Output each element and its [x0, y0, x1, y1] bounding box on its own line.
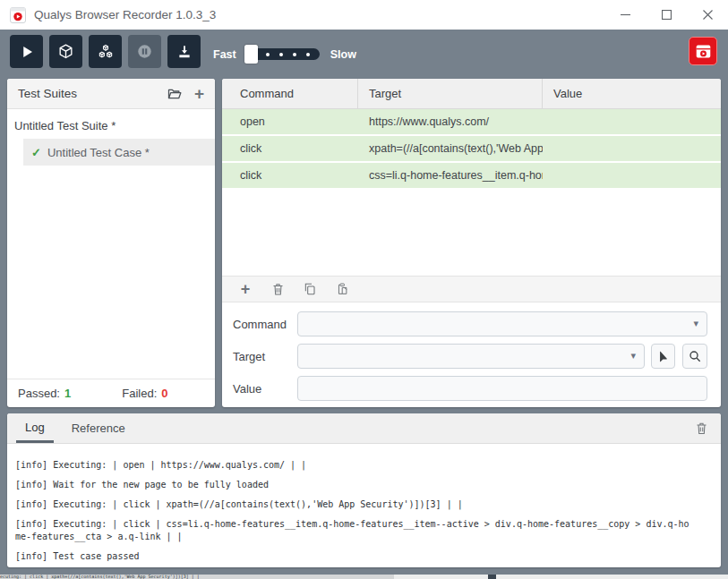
- pause-button: [128, 35, 161, 68]
- command-editor-row: Command ▾: [233, 311, 707, 336]
- select-element-button[interactable]: [651, 344, 675, 369]
- main-toolbar: Fast Slow: [0, 30, 728, 79]
- command-select[interactable]: ▾: [297, 311, 707, 336]
- column-header-value: Value: [543, 79, 721, 108]
- minimize-button[interactable]: [604, 0, 646, 30]
- suite-results-footer: Passed: 1 Failed: 0: [7, 379, 215, 407]
- log-entry: [info] Test case passed: [15, 550, 689, 563]
- delete-command-icon[interactable]: [270, 281, 285, 297]
- background-window-sliver: ecuting: | click | xpath=(//a[contains(t…: [0, 575, 394, 579]
- download-icon: [176, 44, 193, 60]
- log-entry: [info] Executing: | click | xpath=(//a[c…: [15, 498, 689, 511]
- cell-target: css=li.q-home-features__item.q-home-f: [358, 169, 543, 182]
- pause-icon: [136, 43, 153, 60]
- slow-label: Slow: [330, 48, 356, 61]
- app-logo-icon: [10, 7, 26, 23]
- cell-command: click: [222, 169, 358, 182]
- value-editor-row: Value: [233, 376, 707, 401]
- log-entry: [info] Executing: | click | css=li.q-hom…: [15, 518, 689, 543]
- test-suite-item[interactable]: Untitled Test Suite *: [14, 119, 215, 132]
- fast-label: Fast: [213, 48, 236, 61]
- cell-command: click: [222, 142, 358, 155]
- command-edit-toolbar: +: [222, 276, 721, 302]
- window-title: Qualys Browser Recorder 1.0.3_3: [34, 8, 216, 21]
- qualys-browser-recorder-window: Qualys Browser Recorder 1.0.3_3: [0, 0, 728, 579]
- close-button[interactable]: [687, 0, 728, 30]
- target-select[interactable]: ▾: [297, 344, 645, 369]
- paste-command-icon[interactable]: [335, 281, 349, 297]
- log-tab-bar: Log Reference: [7, 413, 721, 444]
- title-bar: Qualys Browser Recorder 1.0.3_3: [0, 0, 728, 30]
- speed-slider-group: Fast Slow: [213, 30, 356, 79]
- copy-command-icon[interactable]: [303, 281, 317, 297]
- background-window-divider: [488, 575, 496, 579]
- command-row[interactable]: click xpath=(//a[contains(text(),'Web Ap…: [222, 136, 721, 163]
- failed-count: 0: [161, 387, 167, 400]
- add-command-icon[interactable]: +: [238, 281, 253, 297]
- log-entry: [info] Wait for the new page to be fully…: [15, 479, 689, 491]
- value-input[interactable]: [297, 376, 707, 401]
- command-row[interactable]: open https://www.qualys.com/: [222, 109, 721, 136]
- find-element-button[interactable]: [682, 344, 707, 369]
- commands-table-header: Command Target Value: [222, 79, 721, 109]
- slider-dot: [293, 53, 296, 56]
- speed-slider-handle[interactable]: [244, 45, 258, 64]
- play-test-suite-button[interactable]: [89, 35, 122, 68]
- test-suites-title: Test Suites: [18, 87, 77, 100]
- log-output: [info] Executing: | open | https://www.q…: [7, 444, 689, 563]
- export-button[interactable]: [167, 35, 201, 68]
- value-field-label: Value: [233, 382, 297, 396]
- slider-dot: [266, 53, 270, 56]
- cell-target: xpath=(//a[contains(text(),'Web App Sec: [358, 142, 543, 155]
- target-field-label: Target: [233, 350, 297, 363]
- cursor-pointer-icon: [656, 350, 670, 363]
- test-case-label: Untitled Test Case *: [47, 146, 150, 159]
- maximize-button[interactable]: [646, 0, 687, 30]
- test-suites-panel: Test Suites + Untitled Test Suite * ✓ Un…: [7, 79, 215, 407]
- open-folder-icon[interactable]: [166, 87, 183, 101]
- log-entry: [info] Executing: | open | https://www.q…: [15, 459, 689, 472]
- command-field-label: Command: [233, 318, 297, 331]
- record-icon: [695, 43, 712, 60]
- test-case-item-selected[interactable]: ✓ Untitled Test Case *: [23, 139, 215, 166]
- record-button[interactable]: [689, 37, 717, 65]
- slider-dot: [306, 53, 310, 56]
- clear-log-icon[interactable]: [695, 421, 708, 436]
- log-panel: Log Reference [info] Executing: | open |…: [7, 413, 721, 567]
- play-button[interactable]: [10, 35, 43, 68]
- slider-dot: [279, 53, 283, 56]
- passed-count: 1: [64, 387, 71, 400]
- target-editor-row: Target ▾: [233, 344, 707, 369]
- chevron-down-icon: ▾: [693, 318, 698, 329]
- window-controls: [604, 0, 728, 30]
- test-suites-header: Test Suites +: [7, 79, 215, 109]
- passed-check-icon: ✓: [31, 146, 41, 159]
- cube-icon: [57, 43, 74, 60]
- cell-target: https://www.qualys.com/: [358, 115, 543, 128]
- column-header-target: Target: [358, 79, 543, 108]
- tab-log[interactable]: Log: [16, 413, 54, 443]
- passed-label: Passed:: [18, 387, 60, 400]
- chevron-down-icon: ▾: [630, 350, 636, 362]
- column-header-command: Command: [222, 79, 358, 108]
- search-icon: [688, 349, 702, 363]
- add-test-case-icon[interactable]: +: [194, 85, 204, 102]
- cell-command: open: [222, 115, 358, 128]
- command-row[interactable]: click css=li.q-home-features__item.q-hom…: [222, 163, 721, 190]
- play-icon: [19, 44, 35, 60]
- speed-slider-track[interactable]: [244, 48, 320, 60]
- commands-panel: Command Target Value open https://www.qu…: [222, 79, 721, 407]
- play-test-case-button[interactable]: [49, 35, 82, 68]
- tab-reference[interactable]: Reference: [63, 413, 134, 443]
- background-window-sliver-right: [394, 575, 728, 579]
- cubes-cluster-icon: [97, 43, 115, 61]
- failed-label: Failed:: [122, 387, 157, 400]
